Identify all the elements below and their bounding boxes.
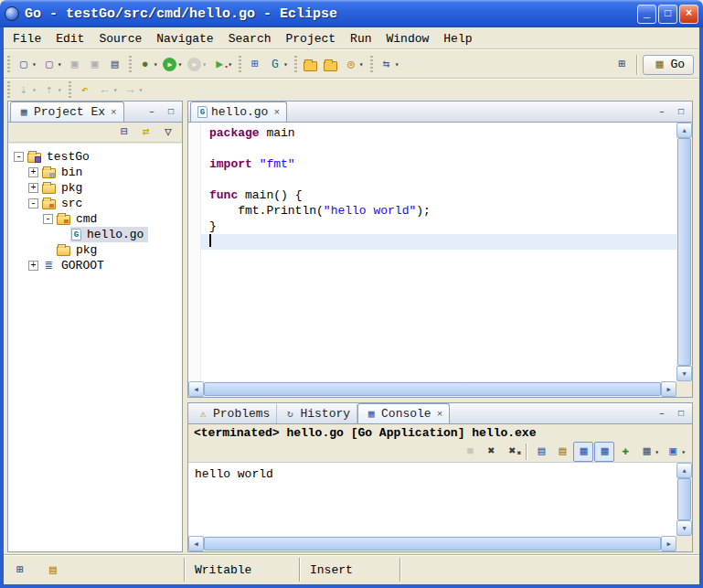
scroll-left-icon[interactable]: ◀ (188, 536, 204, 551)
new-go-project-button[interactable]: ⊞ (245, 55, 265, 75)
pin-console-button[interactable]: ✚ (615, 442, 635, 462)
remove-all-launches-button[interactable]: ✖✖ (502, 442, 522, 462)
dropdown-arrow-icon[interactable]: ▾ (177, 60, 182, 69)
menu-edit[interactable]: Edit (48, 29, 91, 48)
tree-item-testgo[interactable]: -testGo (8, 149, 182, 165)
scrollbar-thumb[interactable] (677, 478, 691, 520)
tree-expander-icon[interactable]: - (43, 214, 53, 224)
close-view-icon[interactable]: × (111, 107, 117, 118)
editor-horizontal-scrollbar[interactable]: ◀ ▶ (188, 381, 676, 397)
maximize-view-button[interactable]: □ (673, 406, 689, 421)
dropdown-arrow-icon[interactable]: ▾ (58, 86, 62, 94)
toolbar-drag-handle[interactable] (129, 56, 132, 74)
code-line-3[interactable]: import "fmt" (201, 156, 676, 172)
editor-vertical-scrollbar[interactable]: ▲ ▼ (676, 123, 692, 381)
new-button[interactable]: ▢▾ (14, 55, 39, 75)
code-line-4[interactable] (201, 172, 676, 187)
scroll-down-icon[interactable]: ▼ (676, 366, 692, 381)
show-view-shortcut-button[interactable]: ▤ (44, 561, 62, 578)
toolbar-drag-handle[interactable] (69, 81, 71, 100)
show-stdout-when-changed-button[interactable]: ▦ (573, 442, 593, 462)
minimize-view-button[interactable]: – (654, 104, 670, 119)
remove-launch-button[interactable]: ✖ (481, 442, 501, 462)
toolbar-drag-handle[interactable] (239, 56, 241, 74)
display-selected-console-button[interactable]: ▦▾ (636, 442, 662, 462)
tab-history[interactable]: ↻History (277, 404, 357, 423)
tree-expander-icon[interactable]: + (28, 167, 38, 177)
scroll-left-icon[interactable]: ◀ (188, 381, 204, 397)
menu-project[interactable]: Project (278, 29, 343, 48)
open-console-button[interactable]: ▣▾ (663, 442, 688, 462)
menu-navigate[interactable]: Navigate (149, 29, 220, 48)
close-window-button[interactable]: × (679, 5, 698, 24)
minimize-window-button[interactable]: _ (637, 5, 656, 24)
external-tools-button[interactable]: ▶•▾ (209, 55, 235, 75)
scroll-up-icon[interactable]: ▲ (676, 123, 692, 138)
menu-window[interactable]: Window (379, 29, 437, 48)
tree-expander-icon[interactable]: + (28, 183, 38, 193)
minimize-view-button[interactable]: – (144, 104, 160, 119)
open-perspective-button[interactable]: ⊞ (612, 55, 632, 75)
maximize-view-button[interactable]: □ (163, 104, 179, 119)
go-tools-button[interactable]: G▾ (265, 55, 291, 75)
scrollbar-thumb[interactable] (677, 138, 691, 366)
dropdown-arrow-icon[interactable]: ▾ (655, 448, 659, 456)
print-button[interactable]: ▤ (105, 55, 125, 75)
close-tab-icon[interactable]: × (437, 409, 443, 420)
toolbar-drag-handle[interactable] (294, 56, 297, 74)
title-bar[interactable]: Go - testGo/src/cmd/hello.go - Eclipse _… (0, 0, 703, 27)
tree-item-bin[interactable]: +bin (8, 165, 182, 180)
tab-console[interactable]: ▦Console× (357, 403, 450, 423)
open-resource-button[interactable] (301, 55, 321, 75)
scroll-lock-button[interactable]: ▤ (552, 442, 572, 462)
toolbar-drag-handle[interactable] (7, 56, 10, 74)
tree-item-src[interactable]: -src (8, 196, 182, 211)
scrollbar-thumb[interactable] (204, 382, 661, 396)
open-folder-button[interactable] (321, 55, 341, 75)
last-edit-location-button[interactable]: ↶ (75, 80, 95, 101)
editor-body[interactable]: package mainimport "fmt"func main() { fm… (188, 123, 692, 397)
toolbar-drag-handle[interactable] (7, 81, 10, 100)
tree-expander-icon[interactable]: - (28, 198, 38, 208)
dropdown-arrow-icon[interactable]: ▾ (283, 60, 288, 69)
menu-source[interactable]: Source (91, 29, 149, 48)
go-perspective-button[interactable]: ▦ Go (643, 55, 694, 75)
scroll-down-icon[interactable]: ▼ (676, 520, 692, 536)
view-menu-button[interactable]: ▽ (158, 123, 178, 143)
close-tab-icon[interactable]: × (273, 107, 280, 118)
dropdown-arrow-icon[interactable]: ▾ (395, 60, 399, 69)
console-vertical-scrollbar[interactable]: ▲ ▼ (676, 463, 692, 536)
code-line-2[interactable] (201, 141, 676, 156)
tree-item-hello-go[interactable]: Ghello.go (8, 227, 182, 242)
tree-item-pkg[interactable]: pkg (8, 242, 182, 258)
scrollbar-thumb[interactable] (204, 537, 661, 551)
dropdown-arrow-icon[interactable]: ▾ (58, 60, 62, 69)
scroll-right-icon[interactable]: ▶ (661, 381, 676, 397)
dropdown-arrow-icon[interactable]: ▾ (202, 60, 207, 69)
search-button[interactable]: ◎▾ (341, 55, 367, 75)
show-stderr-when-changed-button[interactable]: ▦ (594, 442, 614, 462)
dropdown-arrow-icon[interactable]: ▾ (32, 86, 37, 94)
toolbar-drag-handle[interactable] (370, 56, 373, 74)
dropdown-arrow-icon[interactable]: ▾ (154, 60, 158, 69)
menu-search[interactable]: Search (221, 29, 279, 48)
tab-project-explorer[interactable]: ▦ Project Ex × (10, 102, 124, 122)
tree-item-pkg[interactable]: +pkg (8, 180, 182, 196)
dropdown-arrow-icon[interactable]: ▾ (138, 86, 143, 94)
code-line-6[interactable]: fmt.Println("hello world"); (201, 203, 676, 219)
tree-expander-icon[interactable]: - (14, 152, 24, 162)
collapse-all-button[interactable]: ⊟ (114, 123, 134, 143)
tab-hello-go[interactable]: Ghello.go× (190, 102, 287, 122)
code-area[interactable]: package mainimport "fmt"func main() { fm… (201, 123, 676, 381)
code-line-8[interactable] (201, 234, 676, 250)
menu-file[interactable]: File (5, 29, 48, 48)
team-synchronize-button[interactable]: ⇆▾ (377, 55, 402, 75)
fast-view-button[interactable]: ⊞ (11, 561, 29, 578)
scroll-up-icon[interactable]: ▲ (676, 463, 692, 478)
link-with-editor-button[interactable]: ⇄ (136, 123, 156, 143)
menu-help[interactable]: Help (436, 29, 479, 48)
tree-item-cmd[interactable]: -cmd (8, 211, 182, 227)
tab-problems[interactable]: ⚠Problems (190, 404, 277, 423)
scroll-right-icon[interactable]: ▶ (661, 536, 676, 551)
run-button[interactable]: ▶▾ (160, 55, 185, 75)
